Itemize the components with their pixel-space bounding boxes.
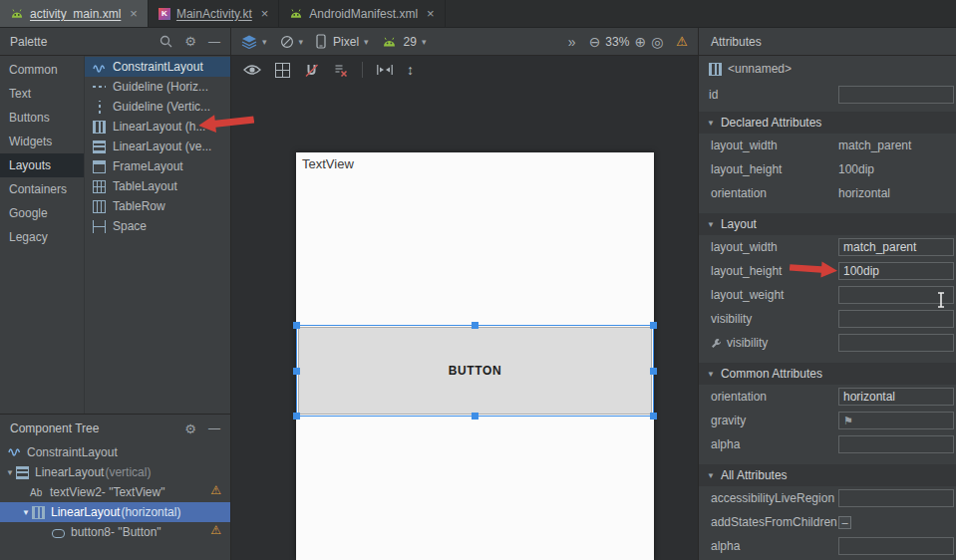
section-layout[interactable]: ▼ Layout	[699, 213, 956, 235]
zoom-in-button[interactable]: ⊕	[634, 35, 646, 49]
alpha-field[interactable]	[838, 435, 954, 453]
device-selector[interactable]: Pixel	[333, 35, 359, 49]
hide-panel-icon[interactable]: —	[208, 422, 220, 434]
warning-icon[interactable]: ⚠	[210, 484, 221, 496]
api-level-selector[interactable]: 29	[404, 35, 417, 49]
category-text[interactable]: Text	[0, 82, 84, 106]
category-layouts[interactable]: Layouts	[0, 153, 84, 177]
category-widgets[interactable]: Widgets	[0, 130, 84, 153]
tree-item-button8[interactable]: button8- "Button" ⚠	[0, 522, 230, 542]
gear-icon[interactable]: ⚙	[184, 35, 196, 48]
close-icon[interactable]: ×	[427, 7, 435, 20]
warning-icon[interactable]: ⚠	[210, 524, 221, 536]
id-row: id	[699, 82, 956, 108]
palette-item-constraintlayout[interactable]: ConstraintLayout	[85, 57, 230, 77]
autoconnect-off-magnet-icon[interactable]	[304, 63, 319, 78]
collapse-arrow-icon[interactable]: ▼	[707, 471, 715, 480]
tree-item-linearlayout-vertical[interactable]: ▼ LinearLayout(vertical)	[0, 462, 230, 482]
category-legacy[interactable]: Legacy	[0, 225, 84, 249]
design-canvas[interactable]: TextView BUTTON	[296, 152, 654, 560]
attr-value[interactable]: 100dip	[838, 162, 874, 176]
collapse-arrow-icon[interactable]: ▼	[707, 370, 715, 379]
id-field[interactable]	[838, 86, 954, 104]
layout-height-field[interactable]: 100dip	[838, 262, 954, 280]
linearlayout-horizontal-widget[interactable]: BUTTON	[296, 325, 654, 417]
pack-horizontal-icon[interactable]	[377, 64, 393, 76]
tab-androidmanifest-xml[interactable]: AndroidManifest.xml ×	[279, 0, 445, 27]
attr-label: layout_width	[711, 240, 838, 254]
section-all-attributes[interactable]: ▼ All Attributes	[699, 464, 956, 486]
palette-item-framelayout[interactable]: FrameLayout	[85, 156, 230, 176]
palette-item-space[interactable]: Space	[85, 216, 230, 236]
close-icon[interactable]: ×	[130, 7, 138, 20]
attr-label: gravity	[711, 414, 838, 427]
tab-label: MainActivity.kt	[176, 7, 252, 21]
tree-item-linearlayout-horizontal[interactable]: ▼ LinearLayout(horizontal)	[0, 502, 230, 522]
component-tree-header: Component Tree ⚙ —	[0, 415, 230, 442]
palette-item-guideline-vertical[interactable]: Guideline (Vertic...	[85, 97, 230, 117]
tool-visibility-field[interactable]	[838, 334, 954, 352]
view-options-eye-icon[interactable]	[243, 63, 261, 77]
collapse-arrow-icon[interactable]: ▼	[707, 220, 715, 229]
palette-item-guideline-horizontal[interactable]: Guideline (Horiz...	[85, 77, 230, 97]
hide-panel-icon[interactable]: —	[208, 36, 220, 48]
attr-row: layout_height 100dip	[699, 259, 956, 283]
layout-width-field[interactable]: match_parent	[838, 238, 954, 256]
layout-weight-field[interactable]	[838, 286, 954, 304]
flag-icon[interactable]: ⚑	[843, 416, 853, 426]
category-google[interactable]: Google	[0, 201, 84, 225]
category-common[interactable]: Common	[0, 58, 84, 82]
zoom-level: 33%	[605, 35, 629, 49]
gear-icon[interactable]: ⚙	[184, 422, 196, 435]
tab-mainactivity-kt[interactable]: K MainActivity.kt ×	[149, 0, 279, 27]
zoom-fit-button[interactable]: ◎	[651, 35, 663, 49]
close-icon[interactable]: ×	[261, 7, 269, 20]
android-file-icon	[10, 8, 24, 19]
expand-arrow-icon[interactable]: ▼	[20, 508, 32, 517]
night-mode-icon[interactable]	[280, 35, 294, 49]
clear-constraints-icon[interactable]	[333, 63, 348, 78]
search-icon[interactable]	[159, 35, 172, 48]
section-common-attributes[interactable]: ▼ Common Attributes	[699, 363, 956, 385]
category-buttons[interactable]: Buttons	[0, 106, 84, 130]
palette-title: Palette	[10, 35, 47, 49]
alpha-field-all[interactable]	[838, 537, 954, 555]
warning-icon[interactable]: ⚠	[676, 35, 688, 48]
device-icon[interactable]	[316, 34, 326, 49]
palette-item-linearlayout-vertical[interactable]: LinearLayout (ve...	[85, 137, 230, 156]
palette-item-tablelayout[interactable]: TableLayout	[85, 176, 230, 196]
visibility-field[interactable]	[838, 310, 954, 328]
collapse-arrow-icon[interactable]: ▼	[707, 119, 715, 128]
attr-value[interactable]: match_parent	[838, 139, 911, 152]
expand-vertical-icon[interactable]: ↕	[407, 63, 414, 77]
design-surface[interactable]: ↕ TextView BUTTON	[231, 56, 698, 560]
textview-widget[interactable]: TextView	[302, 156, 354, 171]
palette-item-tablerow[interactable]: TableRow	[85, 196, 230, 216]
palette-item-linearlayout-horizontal[interactable]: LinearLayout (h...	[85, 117, 230, 137]
attr-row: accessibilityLiveRegion	[699, 486, 956, 510]
accessibility-live-region-field[interactable]	[838, 489, 954, 507]
toolbar-overflow-icon[interactable]: »	[568, 35, 576, 49]
linearlayout-vertical-icon	[16, 466, 29, 479]
section-title: Layout	[721, 217, 757, 231]
category-containers[interactable]: Containers	[0, 177, 84, 201]
add-states-from-children-checkbox[interactable]: –	[838, 516, 851, 529]
guideline-vertical-icon	[93, 101, 106, 114]
orientation-field[interactable]: horizontal	[838, 388, 954, 406]
section-declared-attributes[interactable]: ▼ Declared Attributes	[699, 112, 956, 134]
android-api-icon[interactable]	[382, 37, 397, 47]
tree-item-constraintlayout[interactable]: ConstraintLayout	[0, 442, 230, 462]
grid-mode-icon[interactable]	[275, 63, 290, 78]
tree-item-textview2[interactable]: Ab textView2- "TextView" ⚠	[0, 482, 230, 502]
expand-arrow-icon[interactable]: ▼	[4, 468, 16, 477]
design-mode-icon[interactable]	[241, 35, 257, 49]
tab-activity-main-xml[interactable]: activity_main.xml ×	[0, 0, 149, 27]
gravity-field[interactable]: ⚑	[838, 412, 954, 429]
palette-item-label: FrameLayout	[113, 159, 183, 173]
attr-value[interactable]: horizontal	[838, 186, 890, 200]
palette-panel: Common Text Buttons Widgets Layouts Cont…	[0, 56, 231, 414]
tablelayout-icon	[93, 180, 106, 193]
guideline-horizontal-icon	[93, 81, 106, 94]
button-widget[interactable]: BUTTON	[298, 327, 652, 415]
zoom-out-button[interactable]: ⊖	[589, 35, 601, 49]
